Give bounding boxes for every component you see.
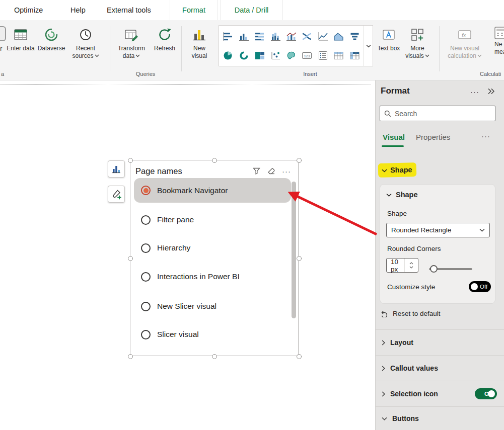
refresh-icon [157,25,172,44]
visual-gallery: 123 [219,25,373,66]
radio-icon[interactable] [141,272,151,282]
rounded-corners-label: Rounded Corners [387,245,441,252]
table-icon[interactable] [332,49,346,62]
clustered-column-chart-icon[interactable] [237,30,251,43]
shape-section-header-highlighted[interactable]: Shape [378,162,417,178]
new-visual-button[interactable]: New visual [185,25,213,60]
section-layout[interactable]: Layout [376,329,504,355]
resize-handle[interactable] [128,354,133,359]
gallery-expand-button[interactable] [364,26,373,66]
collapse-pane-icon[interactable] [487,88,495,95]
slicer-icon[interactable] [316,49,330,62]
scatter-chart-icon[interactable] [268,49,282,62]
build-visual-button[interactable] [108,160,125,178]
search-input[interactable] [395,110,491,118]
ribbon-cut-left-button[interactable]: er [0,26,6,65]
resize-handle[interactable] [212,158,217,163]
menu-external-tools[interactable]: External tools [107,0,151,20]
ribbon-chart-icon[interactable] [300,30,314,43]
stepper-arrows[interactable] [404,259,418,272]
radio-icon[interactable] [141,302,151,311]
slicer-title: Page names [135,166,249,176]
group-label-insert: Insert [303,71,317,77]
dropdown-chevron-icon [135,54,140,57]
resize-handle[interactable] [297,256,302,261]
100-stacked-bar-chart-icon[interactable] [253,30,267,43]
format-pane-more-options-icon[interactable]: ··· [470,88,479,96]
format-search-box[interactable] [380,106,495,121]
clear-selections-eraser-icon[interactable] [264,167,279,175]
cut-app-icon [0,26,6,41]
menu-optimize[interactable]: Optimize [14,0,43,20]
menu-help[interactable]: Help [70,0,86,20]
refresh-button[interactable]: Refresh [151,25,179,52]
slicer-item[interactable]: New Slicer visual [134,294,291,318]
resize-handle[interactable] [128,158,133,163]
new-visual-icon [192,25,207,44]
section-buttons[interactable]: Buttons [376,406,504,430]
card-shape-section-header[interactable]: Shape [386,191,418,199]
card-123-icon[interactable]: 123 [300,49,314,62]
tab-format[interactable]: Format [170,0,218,20]
slicer-item[interactable]: Bookmark Navigator [134,178,291,203]
stacked-column-chart-icon[interactable] [268,30,282,43]
funnel-chart-icon[interactable] [347,30,362,43]
treemap-icon[interactable] [253,49,267,62]
recent-sources-button[interactable]: Recent sources [69,25,102,60]
filter-icon[interactable] [249,167,264,175]
map-icon[interactable] [284,49,298,62]
group-label-data-cut: a [1,71,4,77]
customize-style-toggle[interactable]: Off [469,281,491,292]
dataverse-button[interactable]: Dataverse [35,25,68,52]
pie-chart-icon[interactable] [221,49,235,62]
slicer-item[interactable]: Slicer visual [134,322,291,347]
slicer-visual[interactable]: Page names ··· Bookmark Navigator Filter… [130,160,299,356]
line-chart-icon[interactable] [316,30,330,43]
slicer-item[interactable]: Hierarchy [134,236,291,260]
format-visual-button[interactable] [108,186,125,203]
stacked-bar-chart-icon[interactable] [221,30,235,43]
radio-icon[interactable] [141,215,151,225]
ribbon-cut-right-button[interactable]: Nemea [487,25,504,68]
transform-data-button[interactable]: Transform data [115,25,148,60]
text-box-button[interactable]: Text box [377,25,401,52]
enter-data-button[interactable]: Enter data [7,25,35,52]
tab-data-drill[interactable]: Data / Drill [220,0,283,20]
ribbon-separator [110,26,110,71]
group-label-calculations-cut: Calculati [480,71,501,77]
selection-icon-toggle[interactable]: On [475,388,497,399]
visual-gallery-grid: 123 [219,26,364,66]
resize-handle[interactable] [297,158,302,163]
format-pane: Format ··· Visual Properties ··· Shape S… [375,80,504,430]
tab-properties[interactable]: Properties [416,133,450,141]
area-chart-icon[interactable] [332,30,346,43]
resize-handle[interactable] [297,354,302,359]
line-and-column-chart-icon[interactable] [284,30,298,43]
shape-dropdown[interactable]: Rounded Rectangle [386,223,490,237]
resize-handle[interactable] [128,256,133,261]
reset-to-default-button[interactable]: Reset to default [381,310,441,317]
radio-selected-icon[interactable] [141,186,151,195]
ribbon-separator [181,26,182,71]
ribbon-separator [439,26,440,71]
corner-radius-stepper[interactable]: 10 px [386,258,418,273]
slicer-item[interactable]: Interactions in Power BI [134,265,291,289]
slicer-item[interactable]: Filter pane [134,208,291,232]
radio-icon[interactable] [141,330,151,339]
slicer-scrollbar[interactable] [292,182,296,318]
resize-handle[interactable] [212,354,217,359]
new-visual-calculation-button[interactable]: fx New visual calculation [446,25,483,60]
more-options-icon[interactable]: ··· [279,167,294,176]
ribbon: er Enter data Dataverse Recent sources T… [0,20,504,80]
corner-radius-slider-knob[interactable] [430,265,438,273]
section-selection-icon[interactable]: Selection icon On [376,381,504,406]
tab-visual[interactable]: Visual [383,133,405,141]
donut-chart-icon[interactable] [237,49,251,62]
matrix-icon[interactable] [347,49,362,62]
more-visuals-button[interactable]: More visuals [402,25,433,60]
enter-data-icon [13,25,28,44]
tabs-more-options-icon[interactable]: ··· [481,132,490,140]
dropdown-chevron-icon [425,54,429,57]
radio-icon[interactable] [141,243,151,253]
section-callout-values[interactable]: Callout values [376,355,504,381]
